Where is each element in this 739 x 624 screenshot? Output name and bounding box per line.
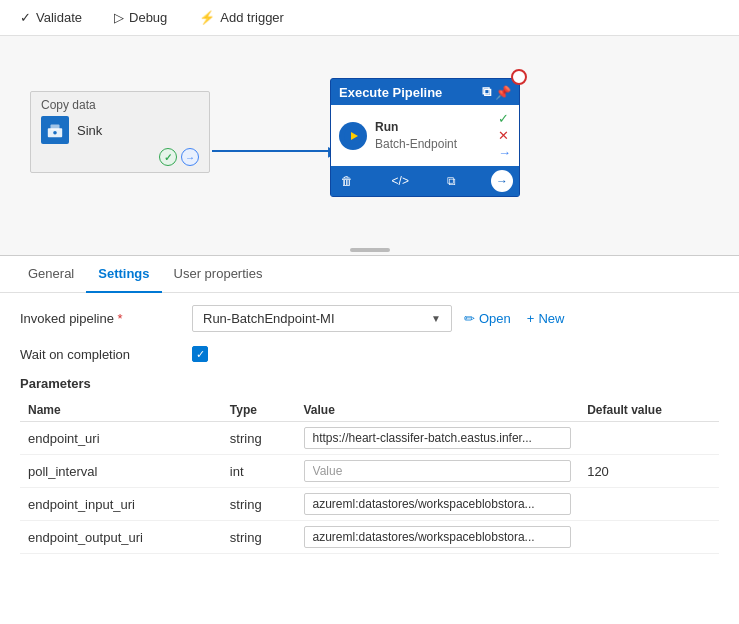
param-value-input[interactable] <box>304 427 572 449</box>
pencil-icon: ✏ <box>464 311 475 326</box>
param-default-value: 120 <box>579 455 719 488</box>
param-value-input[interactable] <box>304 493 572 515</box>
param-type: string <box>222 488 296 521</box>
parameters-table: Name Type Value Default value endpoint_u… <box>20 399 719 554</box>
run-icon <box>339 122 367 150</box>
param-value-cell <box>296 455 580 488</box>
param-type: string <box>222 521 296 554</box>
pipeline-select-value: Run-BatchEndpoint-MI <box>203 311 431 326</box>
pipeline-select-dropdown[interactable]: Run-BatchEndpoint-MI ▼ <box>192 305 452 332</box>
run-sub: Batch-Endpoint <box>375 136 457 153</box>
external-link-icon[interactable]: ⧉ <box>482 84 491 100</box>
execute-node-title: Execute Pipeline <box>339 85 442 100</box>
param-name: endpoint_output_uri <box>20 521 222 554</box>
table-row: endpoint_uristring <box>20 422 719 455</box>
status-arrow: → <box>498 145 511 160</box>
param-default-value <box>579 488 719 521</box>
execute-node-header: Execute Pipeline ⧉ 📌 <box>331 79 519 105</box>
wait-completion-label: Wait on completion <box>20 347 180 362</box>
status-success: ✓ <box>498 111 511 126</box>
plus-icon: + <box>527 311 535 326</box>
invoked-pipeline-row: Invoked pipeline * Run-BatchEndpoint-MI … <box>20 305 719 332</box>
sink-icon <box>41 116 69 144</box>
table-row: poll_intervalint120 <box>20 455 719 488</box>
col-header-name: Name <box>20 399 222 422</box>
invoked-pipeline-label: Invoked pipeline * <box>20 311 180 326</box>
pipeline-canvas: Copy data Sink ✓ → ▶ Execute Pipeline <box>0 36 739 256</box>
param-name: endpoint_uri <box>20 422 222 455</box>
parameters-section: Parameters Name Type Value Default value… <box>20 376 719 554</box>
add-trigger-button[interactable]: ⚡ Add trigger <box>195 8 288 27</box>
toolbar: ✓ Validate ▷ Debug ⚡ Add trigger <box>0 0 739 36</box>
execute-node-body: Run Batch-Endpoint ✓ ✕ → <box>331 105 519 166</box>
tab-general[interactable]: General <box>16 256 86 293</box>
new-pipeline-button[interactable]: + New <box>523 309 569 328</box>
param-default-value <box>579 422 719 455</box>
tab-settings[interactable]: Settings <box>86 256 161 293</box>
copy-data-node[interactable]: Copy data Sink ✓ → <box>30 91 210 173</box>
bottom-panel: General Settings User properties Invoked… <box>0 256 739 566</box>
debug-button[interactable]: ▷ Debug <box>110 8 171 27</box>
status-error: ✕ <box>498 128 511 143</box>
pipeline-arrow: ▶ <box>212 143 339 159</box>
svg-rect-1 <box>51 125 60 130</box>
param-type: int <box>222 455 296 488</box>
validate-icon: ✓ <box>20 10 31 25</box>
run-name: Run <box>375 119 457 136</box>
param-value-cell <box>296 488 580 521</box>
panel-divider[interactable] <box>350 248 390 252</box>
code-node-button[interactable]: </> <box>388 172 413 190</box>
params-header-row: Name Type Value Default value <box>20 399 719 422</box>
add-trigger-icon: ⚡ <box>199 10 215 25</box>
open-pipeline-button[interactable]: ✏ Open <box>460 309 515 328</box>
param-value-cell <box>296 422 580 455</box>
param-type: string <box>222 422 296 455</box>
node-status-indicators: ✓ ✕ → <box>498 111 511 160</box>
svg-point-2 <box>53 131 57 135</box>
wait-completion-checkbox[interactable]: ✓ <box>192 346 208 362</box>
table-row: endpoint_input_uristring <box>20 488 719 521</box>
param-name: poll_interval <box>20 455 222 488</box>
copy-node-button[interactable]: ⧉ <box>443 172 460 190</box>
sink-label: Sink <box>77 123 102 138</box>
execute-node-header-icons: ⧉ 📌 <box>482 84 511 100</box>
execute-node-actions: 🗑 </> ⧉ → <box>331 166 519 196</box>
execute-pipeline-node[interactable]: Execute Pipeline ⧉ 📌 Run Batch-Endpoint … <box>330 78 520 197</box>
chevron-down-icon: ▼ <box>431 313 441 324</box>
success-connector: ✓ <box>159 148 177 166</box>
delete-node-button[interactable]: 🗑 <box>337 172 357 190</box>
tabs-bar: General Settings User properties <box>0 256 739 293</box>
col-header-type: Type <box>222 399 296 422</box>
settings-panel: Invoked pipeline * Run-BatchEndpoint-MI … <box>0 293 739 566</box>
validate-button[interactable]: ✓ Validate <box>16 8 86 27</box>
next-node-button[interactable]: → <box>491 170 513 192</box>
pipeline-select-wrap: Run-BatchEndpoint-MI ▼ ✏ Open + New <box>192 305 719 332</box>
pin-icon[interactable]: 📌 <box>495 85 511 100</box>
col-header-default: Default value <box>579 399 719 422</box>
required-marker: * <box>118 311 123 326</box>
param-value-input[interactable] <box>304 460 572 482</box>
tab-user-properties[interactable]: User properties <box>162 256 275 293</box>
parameters-title: Parameters <box>20 376 719 391</box>
param-default-value <box>579 521 719 554</box>
wait-completion-row: Wait on completion ✓ <box>20 346 719 362</box>
param-name: endpoint_input_uri <box>20 488 222 521</box>
table-row: endpoint_output_uristring <box>20 521 719 554</box>
copy-data-title: Copy data <box>41 98 199 112</box>
col-header-value: Value <box>296 399 580 422</box>
param-value-cell <box>296 521 580 554</box>
param-value-input[interactable] <box>304 526 572 548</box>
arrow-connector-badge: → <box>181 148 199 166</box>
debug-icon: ▷ <box>114 10 124 25</box>
error-indicator <box>511 69 527 85</box>
